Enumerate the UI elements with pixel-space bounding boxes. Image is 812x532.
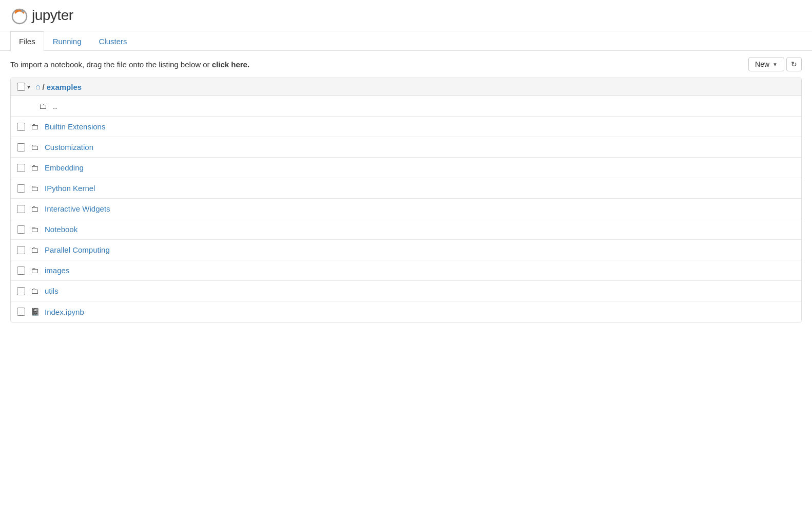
- svg-point-1: [15, 10, 18, 13]
- folder-icon: 🗀: [30, 225, 40, 234]
- refresh-icon: ↻: [791, 60, 797, 68]
- home-icon[interactable]: ⌂: [35, 82, 41, 91]
- folder-icon: 🗀: [30, 287, 40, 296]
- toolbar-right: New ▼ ↻: [748, 57, 802, 71]
- row-checkbox[interactable]: [17, 123, 25, 131]
- file-link[interactable]: IPython Kernel: [45, 184, 95, 193]
- listing-header: ▼ ⌂ / examples: [11, 78, 801, 96]
- file-link[interactable]: Customization: [45, 143, 93, 151]
- list-item: 🗀 utils: [11, 281, 801, 301]
- current-directory[interactable]: examples: [47, 83, 82, 91]
- list-item: 🗀 Notebook: [11, 219, 801, 240]
- folder-icon: 🗀: [38, 102, 48, 111]
- row-checkbox[interactable]: [17, 143, 25, 151]
- list-item: 🗀 Embedding: [11, 158, 801, 178]
- file-listing: ▼ ⌂ / examples 🗀 .. 🗀 Builtin Extensions…: [10, 78, 802, 322]
- folder-icon: 🗀: [30, 245, 40, 255]
- file-link[interactable]: images: [45, 266, 69, 275]
- row-checkbox[interactable]: [17, 308, 25, 316]
- tab-running[interactable]: Running: [44, 31, 90, 51]
- svg-point-2: [22, 10, 24, 13]
- list-item: 🗀 Interactive Widgets: [11, 199, 801, 219]
- tabs-bar: Files Running Clusters: [0, 31, 812, 51]
- list-item: 🗀 Parallel Computing: [11, 240, 801, 260]
- folder-icon: 🗀: [30, 184, 40, 193]
- new-button-caret: ▼: [772, 62, 778, 67]
- file-link[interactable]: Index.ipynb: [45, 308, 84, 316]
- tab-files[interactable]: Files: [10, 31, 44, 51]
- jupyter-logo: jupyter: [10, 6, 73, 25]
- breadcrumb-separator: /: [43, 83, 45, 91]
- row-checkbox[interactable]: [17, 164, 25, 172]
- folder-icon: 🗀: [30, 122, 40, 131]
- tab-clusters[interactable]: Clusters: [90, 31, 136, 51]
- new-button[interactable]: New ▼: [748, 57, 784, 71]
- folder-icon: 🗀: [30, 266, 40, 275]
- header-dropdown-caret[interactable]: ▼: [26, 84, 31, 90]
- file-link[interactable]: Builtin Extensions: [45, 122, 105, 131]
- file-link[interactable]: Interactive Widgets: [45, 204, 110, 213]
- breadcrumb: ⌂ / examples: [35, 82, 82, 91]
- folder-icon: 🗀: [30, 204, 40, 214]
- toolbar: To import a notebook, drag the file onto…: [0, 51, 812, 78]
- parent-dir-name[interactable]: ..: [53, 102, 57, 110]
- notebook-icon: 📓: [30, 307, 40, 316]
- click-here-link[interactable]: click here.: [212, 60, 249, 69]
- file-link[interactable]: Parallel Computing: [45, 245, 110, 254]
- list-item: 📓 Index.ipynb: [11, 301, 801, 322]
- import-message: To import a notebook, drag the file onto…: [10, 60, 249, 69]
- select-all-wrapper[interactable]: ▼: [17, 83, 31, 91]
- row-checkbox[interactable]: [17, 184, 25, 193]
- row-checkbox[interactable]: [17, 225, 25, 234]
- row-checkbox[interactable]: [17, 205, 25, 213]
- file-link[interactable]: Notebook: [45, 225, 78, 234]
- refresh-button[interactable]: ↻: [786, 57, 802, 71]
- list-item: 🗀 IPython Kernel: [11, 178, 801, 199]
- folder-icon: 🗀: [30, 163, 40, 173]
- list-item: 🗀 Builtin Extensions: [11, 117, 801, 137]
- folder-icon: 🗀: [30, 143, 40, 152]
- app-title: jupyter: [32, 7, 73, 24]
- file-link[interactable]: Embedding: [45, 163, 84, 172]
- row-checkbox[interactable]: [17, 287, 25, 295]
- row-checkbox[interactable]: [17, 246, 25, 254]
- jupyter-logo-icon: [10, 6, 29, 25]
- header: jupyter: [0, 0, 812, 31]
- list-item: 🗀 Customization: [11, 137, 801, 158]
- file-link[interactable]: utils: [45, 287, 59, 295]
- row-checkbox[interactable]: [17, 267, 25, 275]
- list-item: 🗀 ..: [11, 96, 801, 117]
- list-item: 🗀 images: [11, 260, 801, 281]
- select-all-checkbox[interactable]: [17, 83, 25, 91]
